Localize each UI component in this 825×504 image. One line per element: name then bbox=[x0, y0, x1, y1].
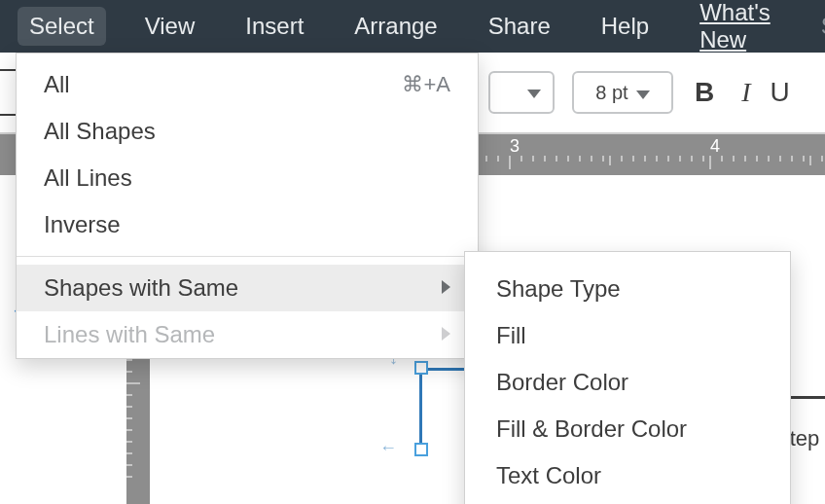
menu-item-label: All Shapes bbox=[44, 118, 156, 145]
menu-item-shortcut: ⌘+A bbox=[402, 72, 450, 97]
menu-insert[interactable]: Insert bbox=[233, 7, 315, 46]
menu-view[interactable]: View bbox=[133, 7, 207, 46]
shapes-with-same-submenu: Shape Type Fill Border Color Fill & Bord… bbox=[464, 251, 791, 504]
menu-help[interactable]: Help bbox=[590, 7, 661, 46]
menu-item-label: All bbox=[44, 71, 70, 98]
font-size-value: 8 pt bbox=[595, 82, 628, 104]
menu-arrange[interactable]: Arrange bbox=[342, 7, 448, 46]
menu-separator bbox=[17, 256, 478, 257]
ruler-mark: 3 bbox=[510, 136, 520, 157]
menu-item-label: Text Color bbox=[496, 462, 601, 489]
connector-segment[interactable] bbox=[419, 366, 422, 453]
menu-item-label: Lines with Same bbox=[44, 321, 215, 348]
menu-item-lines-with-same: Lines with Same bbox=[17, 311, 478, 358]
menu-item-label: Shapes with Same bbox=[44, 274, 238, 302]
submenu-item-border-color[interactable]: Border Color bbox=[465, 359, 790, 406]
chevron-down-icon bbox=[527, 90, 541, 98]
menu-item-label: Border Color bbox=[496, 369, 628, 396]
chevron-right-icon bbox=[442, 280, 450, 294]
submenu-item-fill[interactable]: Fill bbox=[465, 312, 790, 359]
menu-share[interactable]: Share bbox=[477, 7, 562, 46]
submenu-item-shape-type[interactable]: Shape Type bbox=[465, 266, 790, 312]
dropdown-generic[interactable] bbox=[488, 71, 555, 114]
menu-item-all[interactable]: All ⌘+A bbox=[17, 54, 478, 108]
select-menu: All ⌘+A All Shapes All Lines Inverse Sha… bbox=[16, 53, 479, 359]
ruler-mark: 4 bbox=[710, 136, 720, 157]
menu-whats-new[interactable]: What's New bbox=[688, 0, 782, 59]
menu-item-label: Shape Type bbox=[496, 275, 621, 303]
menu-item-label: Fill & Border Color bbox=[496, 415, 687, 443]
menu-item-all-shapes[interactable]: All Shapes bbox=[17, 108, 478, 155]
submenu-item-fill-border-color[interactable]: Fill & Border Color bbox=[465, 406, 790, 452]
menu-item-inverse[interactable]: Inverse bbox=[17, 201, 478, 248]
underline-button[interactable]: U bbox=[771, 77, 790, 108]
selection-handle[interactable] bbox=[414, 443, 428, 456]
menu-item-all-lines[interactable]: All Lines bbox=[17, 155, 478, 201]
chevron-down-icon bbox=[636, 90, 650, 99]
menu-save[interactable]: Save bbox=[809, 7, 825, 46]
menu-select[interactable]: Select bbox=[18, 7, 106, 46]
font-size-selector[interactable]: 8 pt bbox=[572, 71, 673, 114]
selection-handle[interactable] bbox=[414, 361, 428, 375]
menu-item-label: All Lines bbox=[44, 164, 132, 192]
bold-button[interactable]: B bbox=[695, 77, 714, 108]
direction-arrow-icon: ← bbox=[379, 438, 397, 458]
italic-button[interactable]: I bbox=[741, 77, 750, 108]
menubar: Select View Insert Arrange Share Help Wh… bbox=[0, 0, 825, 53]
chevron-right-icon bbox=[442, 327, 450, 341]
submenu-item-text-color[interactable]: Text Color bbox=[465, 452, 790, 499]
menu-item-shapes-with-same[interactable]: Shapes with Same bbox=[17, 265, 478, 311]
menu-item-label: Fill bbox=[496, 322, 526, 349]
menu-item-label: Inverse bbox=[44, 211, 121, 238]
